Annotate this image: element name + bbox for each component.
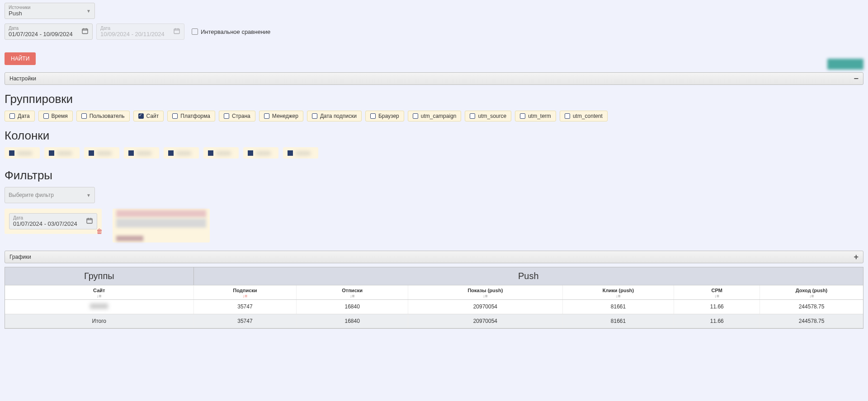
cell-cpm: 11.66 — [674, 300, 760, 314]
checkbox-icon — [138, 113, 144, 119]
sort-icon: ↓≡ — [7, 294, 192, 298]
filter-date-label: Дата — [13, 215, 93, 220]
grouping-chip-label: Дата — [18, 113, 30, 119]
table-header-groups: Группы — [5, 267, 194, 285]
grouping-chip-9[interactable]: utm_campaign — [408, 111, 462, 121]
cell-total-impressions: 20970054 — [408, 314, 563, 328]
filter-select[interactable]: Выберите фильтр ▼ — [5, 187, 95, 203]
grouping-chip-label: Браузер — [378, 113, 399, 119]
sort-icon: ↓≡ — [565, 294, 672, 298]
column-chip-label: xxxxx — [256, 149, 274, 156]
grouping-chip-7[interactable]: Дата подписки — [307, 111, 362, 121]
settings-title: Настройки — [9, 75, 36, 82]
chevron-down-icon: ▼ — [86, 193, 91, 198]
grouping-chip-label: utm_source — [478, 113, 506, 119]
grouping-chip-8[interactable]: Браузер — [365, 111, 404, 121]
grouping-chip-4[interactable]: Платформа — [167, 111, 215, 121]
column-header-0[interactable]: Сайт↓≡ — [5, 285, 194, 299]
checkbox-icon — [470, 113, 475, 119]
plus-icon: + — [854, 254, 859, 260]
trash-icon[interactable]: 🗑 — [96, 228, 103, 235]
table-row-total: Итого 35747 16840 20970054 81661 11.66 2… — [5, 314, 863, 328]
source-select-value: Push — [9, 10, 22, 17]
checkbox-icon — [81, 113, 87, 119]
grouping-chip-label: utm_campaign — [421, 113, 457, 119]
sort-icon: ↓≡ — [298, 294, 406, 298]
checkbox-icon — [192, 28, 198, 35]
grouping-chip-label: utm_content — [573, 113, 603, 119]
data-table: Группы Push Сайт↓≡Подписки↓≡Отписки↓≡Пок… — [5, 267, 863, 329]
cell-total-clicks: 81661 — [563, 314, 675, 328]
checkbox-icon — [9, 113, 15, 119]
charts-title: Графики — [9, 254, 31, 260]
checkbox-icon — [248, 150, 253, 156]
cell-impressions: 20970054 — [408, 300, 563, 314]
settings-accordion-header[interactable]: Настройки − — [5, 72, 863, 85]
interval-compare-checkbox[interactable]: Интервальное сравнение — [192, 28, 270, 35]
sort-icon: ↓≡ — [410, 294, 561, 298]
search-button[interactable]: НАЙТИ — [5, 52, 36, 65]
column-chip-2[interactable]: xxxxx — [84, 147, 119, 159]
column-header-3[interactable]: Показы (push)↓≡ — [408, 285, 563, 299]
column-header-5[interactable]: CPM↓≡ — [674, 285, 760, 299]
checkbox-icon — [565, 113, 570, 119]
grouping-chip-6[interactable]: Менеджер — [259, 111, 303, 121]
sort-icon: ↓≡ — [762, 294, 861, 298]
cell-total-unsubs: 16840 — [297, 314, 408, 328]
columns-heading: Колонки — [5, 129, 863, 143]
filter-date-value: 01/07/2024 - 03/07/2024 — [13, 220, 77, 227]
column-chip-1[interactable]: xxxxx — [44, 147, 80, 159]
column-chip-6[interactable]: xxxxx — [243, 147, 278, 159]
cell-clicks: 81661 — [563, 300, 675, 314]
filter-date-card: Дата 01/07/2024 - 03/07/2024 🗑 — [5, 209, 102, 234]
column-chip-5[interactable]: xxxxx — [203, 147, 239, 159]
date2-placeholder: 10/09/2024 - 20/11/2024 — [100, 31, 165, 37]
date-range-1[interactable]: Дата 01/07/2024 - 10/09/2024 — [5, 23, 93, 40]
grouping-chip-1[interactable]: Время — [38, 111, 73, 121]
column-chip-label: xxxxx — [17, 149, 35, 156]
column-header-6[interactable]: Доход (push)↓≡ — [760, 285, 863, 299]
grouping-chip-label: Менеджер — [272, 113, 298, 119]
grouping-chip-2[interactable]: Пользователь — [76, 111, 130, 121]
user-badge — [827, 59, 863, 70]
checkbox-icon — [413, 113, 418, 119]
chevron-down-icon: ▼ — [86, 9, 91, 14]
grouping-chip-12[interactable]: utm_content — [560, 111, 608, 121]
cell-total-cpm: 11.66 — [674, 314, 760, 328]
column-header-1[interactable]: Подписки↓≡ — [194, 285, 297, 299]
checkbox-icon — [43, 113, 49, 119]
column-chip-4[interactable]: xxxxx — [164, 147, 199, 159]
checkbox-icon — [172, 113, 178, 119]
checkbox-icon — [9, 150, 14, 156]
calendar-icon — [173, 28, 180, 36]
checkbox-icon — [264, 113, 269, 119]
svg-rect-0 — [82, 29, 88, 34]
grouping-chip-label: Платформа — [180, 113, 210, 119]
grouping-chip-10[interactable]: utm_source — [465, 111, 511, 121]
date-range-2[interactable]: Дата 10/09/2024 - 20/11/2024 — [96, 23, 184, 40]
column-chip-0[interactable]: xxxxx — [5, 147, 40, 159]
svg-rect-2 — [87, 219, 92, 224]
filter-date-input[interactable]: Дата 01/07/2024 - 03/07/2024 — [9, 213, 97, 229]
cell-site — [5, 300, 194, 314]
svg-rect-1 — [174, 29, 179, 34]
column-chip-3[interactable]: xxxxx — [124, 147, 159, 159]
checkbox-icon — [288, 150, 293, 156]
filters-heading: Фильтры — [5, 168, 863, 182]
grouping-chip-0[interactable]: Дата — [5, 111, 35, 121]
column-chip-label: xxxxx — [97, 149, 115, 156]
column-chip-7[interactable]: xxxxx — [283, 147, 318, 159]
grouping-chip-11[interactable]: utm_term — [515, 111, 556, 121]
grouping-chip-label: utm_term — [528, 113, 551, 119]
column-header-2[interactable]: Отписки↓≡ — [297, 285, 408, 299]
source-select[interactable]: Источники Push ▼ — [5, 3, 95, 19]
column-chip-label: xxxxx — [216, 149, 234, 156]
grouping-chip-5[interactable]: Страна — [219, 111, 255, 121]
grouping-chip-3[interactable]: Сайт — [133, 111, 164, 121]
groupings-heading: Группировки — [5, 92, 863, 106]
checkbox-icon — [128, 150, 134, 156]
column-header-4[interactable]: Клики (push)↓≡ — [563, 285, 675, 299]
charts-accordion-header[interactable]: Графики + — [5, 251, 863, 263]
checkbox-icon — [312, 113, 317, 119]
date1-value: 01/07/2024 - 10/09/2024 — [9, 31, 73, 37]
